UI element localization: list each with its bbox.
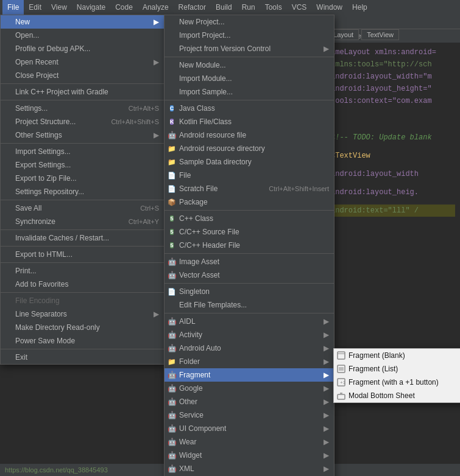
menu-item-project-from-vcs[interactable]: Project from Version Control ▶ — [165, 42, 334, 55]
menu-item-sample-data-dir[interactable]: 📁 Sample Data directory — [165, 155, 334, 169]
menu-refactor[interactable]: Refactor — [174, 0, 211, 15]
cpp-header-icon: 5 — [167, 240, 177, 250]
menu-run[interactable]: Run — [237, 0, 260, 15]
menu-item-fragment[interactable]: 🤖 Fragment ▶ — [165, 368, 334, 382]
menu-item-import-project[interactable]: Import Project... — [165, 29, 334, 42]
menu-item-scratch-file[interactable]: 📄 Scratch File Ctrl+Alt+Shift+Insert — [165, 182, 334, 195]
separator — [1, 229, 164, 230]
menu-help[interactable]: Help — [347, 0, 372, 15]
arrow-icon: ▶ — [324, 451, 329, 460]
activity-icon: 🤖 — [167, 330, 177, 340]
menu-item-singleton[interactable]: 📄 Singleton — [165, 285, 334, 298]
separator — [1, 246, 164, 247]
menu-item-vector-asset[interactable]: 🤖 Vector Asset — [165, 268, 334, 282]
singleton-icon: 📄 — [167, 287, 177, 296]
menu-item-open[interactable]: Open... — [1, 29, 164, 42]
menu-item-link-cpp[interactable]: Link C++ Project with Gradle — [1, 85, 164, 99]
menu-item-settings[interactable]: Settings... Ctrl+Alt+S — [1, 102, 164, 115]
menu-item-fragment-list[interactable]: Fragment (List) — [334, 362, 460, 376]
menu-item-edit-templates[interactable]: Edit File Templates... — [165, 298, 334, 312]
menu-item-close-project[interactable]: Close Project — [1, 69, 164, 82]
menu-file[interactable]: File — [2, 0, 24, 15]
arrow-icon: ▶ — [154, 131, 159, 139]
menu-item-android-resource-file[interactable]: 🤖 Android resource file — [165, 128, 334, 142]
menu-item-file[interactable]: 📄 File — [165, 169, 334, 182]
menu-item-import-sample[interactable]: Import Sample... — [165, 85, 334, 99]
arrow-icon: ▶ — [324, 424, 329, 433]
menu-item-google[interactable]: 🤖 Google ▶ — [165, 382, 334, 395]
menu-item-invalidate-caches[interactable]: Invalidate Caches / Restart... — [1, 231, 164, 245]
menu-build[interactable]: Build — [211, 0, 237, 15]
auto-icon: 🤖 — [167, 343, 177, 353]
menu-item-open-recent[interactable]: Open Recent ▶ — [1, 55, 164, 69]
menu-item-other[interactable]: 🤖 Other ▶ — [165, 395, 334, 408]
menu-item-cpp-header[interactable]: 5 C/C++ Header File — [165, 239, 334, 252]
menu-tools[interactable]: Tools — [260, 0, 287, 15]
menu-item-fragment-plus1[interactable]: +1 Fragment (with a +1 button) — [334, 376, 460, 389]
menu-item-activity[interactable]: 🤖 Activity ▶ — [165, 328, 334, 341]
arrow-icon: ▶ — [324, 317, 329, 326]
folder-icon: 📁 — [167, 157, 177, 167]
menu-item-export-settings[interactable]: Export Settings... — [1, 158, 164, 172]
menu-item-service[interactable]: 🤖 Service ▶ — [165, 408, 334, 422]
menu-window[interactable]: Window — [311, 0, 347, 15]
menu-item-import-settings[interactable]: Import Settings... — [1, 145, 164, 158]
menu-item-profile[interactable]: Profile or Debug APK... — [1, 42, 164, 55]
menu-item-aidl[interactable]: 🤖 AIDL ▶ — [165, 315, 334, 328]
new-label: New — [15, 18, 30, 26]
menu-navigate[interactable]: Navigate — [72, 0, 110, 15]
menu-item-xml[interactable]: 🤖 XML ▶ — [165, 462, 334, 475]
menu-item-modal-bottom-sheet[interactable]: Modal Bottom Sheet — [334, 389, 460, 402]
menu-item-image-asset[interactable]: 🤖 Image Asset — [165, 255, 334, 268]
folder-icon: 📁 — [167, 144, 177, 153]
menu-item-settings-repo[interactable]: Settings Repository... — [1, 185, 164, 198]
svg-rect-8 — [338, 394, 345, 399]
ui-icon: 🤖 — [167, 424, 177, 433]
menu-item-folder[interactable]: 📁 Folder ▶ — [165, 355, 334, 368]
menu-item-export-zip[interactable]: Export to Zip File... — [1, 172, 164, 185]
menu-item-kotlin-class[interactable]: K Kotlin File/Class — [165, 115, 334, 128]
new-submenu-popup: New Project... Import Project... Project… — [164, 15, 334, 476]
menu-item-project-structure[interactable]: Project Structure... Ctrl+Alt+Shift+S — [1, 115, 164, 128]
menu-item-make-readonly[interactable]: Make Directory Read-only — [1, 321, 164, 334]
menu-edit[interactable]: Edit — [24, 0, 46, 15]
menu-item-package[interactable]: 📦 Package — [165, 195, 334, 209]
menu-item-new-module[interactable]: New Module... — [165, 58, 334, 72]
menu-code[interactable]: Code — [110, 0, 138, 15]
menu-analyze[interactable]: Analyze — [138, 0, 174, 15]
menu-item-wear[interactable]: 🤖 Wear ▶ — [165, 435, 334, 449]
menu-item-android-resource-dir[interactable]: 📁 Android resource directory — [165, 142, 334, 155]
menu-item-other-settings[interactable]: Other Settings ▶ — [1, 128, 164, 142]
arrow-icon: ▶ — [154, 58, 159, 66]
file-icon: 📄 — [167, 170, 177, 180]
menu-item-fragment-blank[interactable]: Fragment (Blank) — [334, 349, 460, 362]
arrow-icon: ▶ — [154, 310, 159, 318]
menu-item-print[interactable]: Print... — [1, 264, 164, 278]
separator — [1, 83, 164, 84]
menu-item-power-save[interactable]: Power Save Mode — [1, 334, 164, 348]
menu-item-new-project[interactable]: New Project... — [165, 15, 334, 29]
menu-item-ui-component[interactable]: 🤖 UI Component ▶ — [165, 422, 334, 435]
arrow-icon: ▶ — [324, 384, 329, 393]
menu-item-export-html[interactable]: Export to HTML... — [1, 248, 164, 261]
menu-vcs[interactable]: VCS — [287, 0, 312, 15]
menu-item-synchronize[interactable]: Synchronize Ctrl+Alt+Y — [1, 215, 164, 228]
fragment-plus1-icon: +1 — [336, 377, 346, 387]
fragment-submenu-popup: Fragment (Blank) Fragment (List) +1 Frag… — [333, 348, 460, 403]
menu-item-widget[interactable]: 🤖 Widget ▶ — [165, 449, 334, 462]
menu-item-cpp-class[interactable]: 5 C++ Class — [165, 212, 334, 225]
separator — [165, 57, 334, 57]
menu-item-exit[interactable]: Exit — [1, 351, 164, 364]
menu-item-cpp-source[interactable]: 5 C/C++ Source File — [165, 225, 334, 239]
menu-item-line-separators[interactable]: Line Separators ▶ — [1, 307, 164, 321]
menu-view[interactable]: View — [46, 0, 72, 15]
layout-tab-textview[interactable]: TextView — [361, 29, 399, 40]
arrow-icon: ▶ — [324, 397, 329, 406]
menu-item-android-auto[interactable]: 🤖 Android Auto ▶ — [165, 341, 334, 355]
separator — [1, 349, 164, 349]
menu-item-import-module[interactable]: Import Module... — [165, 72, 334, 85]
menu-item-java-class[interactable]: C Java Class — [165, 102, 334, 115]
menu-item-new[interactable]: New ▶ — [1, 15, 164, 29]
menu-item-add-favorites[interactable]: Add to Favorites — [1, 278, 164, 291]
menu-item-save-all[interactable]: Save All Ctrl+S — [1, 201, 164, 215]
